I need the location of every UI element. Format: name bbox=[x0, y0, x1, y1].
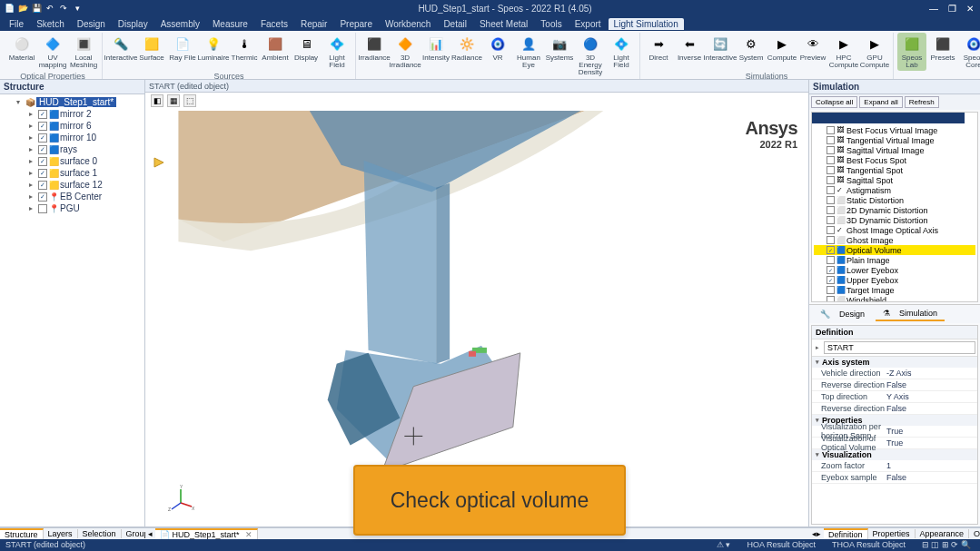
ribbon-gpu-compute-button[interactable]: ▶GPU Compute bbox=[860, 33, 889, 71]
expand-icon[interactable]: ▸ bbox=[29, 145, 36, 153]
bottom-tab-properties[interactable]: Properties bbox=[868, 529, 916, 538]
checkbox[interactable]: ✓ bbox=[38, 157, 47, 166]
checkbox[interactable]: ✓ bbox=[827, 276, 835, 284]
sim-item-3d-dynamic-distortion[interactable]: ⬜3D Dynamic Distortion bbox=[814, 215, 975, 225]
checkbox[interactable]: ✓ bbox=[827, 266, 835, 274]
checkbox[interactable] bbox=[827, 296, 835, 302]
close-icon[interactable]: ✕ bbox=[242, 530, 252, 539]
qat-more-icon[interactable]: ▾ bbox=[72, 3, 83, 14]
ribbon-surface-button[interactable]: 🟨Surface bbox=[137, 33, 166, 64]
ribbon-direct-button[interactable]: ➡Direct bbox=[644, 33, 673, 64]
menu-tab-sketch[interactable]: Sketch bbox=[31, 18, 70, 30]
sim-item-sagittal-spot[interactable]: 🖼Sagittal Spot bbox=[814, 175, 975, 185]
checkbox[interactable] bbox=[827, 136, 835, 144]
checkbox[interactable] bbox=[827, 286, 835, 294]
checkbox[interactable]: ✓ bbox=[38, 133, 47, 143]
close-button[interactable]: ✕ bbox=[964, 4, 976, 14]
ribbon-interactive-button[interactable]: 🔄Interactive bbox=[706, 33, 735, 64]
ribbon-speos-lab-button[interactable]: 🟩Speos Lab bbox=[897, 33, 926, 71]
def-section-axis-system[interactable]: ▾Axis system bbox=[812, 357, 977, 368]
sim-item-optical-volume[interactable]: ✓🟦Optical Volume bbox=[814, 245, 975, 255]
ribbon-interactive-button[interactable]: 🔦Interactive bbox=[106, 33, 135, 64]
ribbon-intensity-button[interactable]: 📊Intensity bbox=[421, 33, 450, 64]
bottom-tab-structure[interactable]: Structure bbox=[0, 528, 44, 539]
menu-tab-prepare[interactable]: Prepare bbox=[334, 18, 378, 30]
qat-new-icon[interactable]: 📄 bbox=[4, 3, 15, 14]
ribbon-system-button[interactable]: ⚙System bbox=[737, 33, 766, 64]
zoom-widgets[interactable]: ⊟ ◫ ⊞ ⟳ 🔍 bbox=[918, 540, 975, 549]
viewport-tab[interactable]: 📄 HUD_Step1_start* ✕ bbox=[155, 528, 258, 539]
axis-triad[interactable]: Y X Z bbox=[167, 485, 194, 512]
ribbon-ambient-button[interactable]: 🟫Ambient bbox=[261, 33, 290, 64]
ribbon-3d-irradiance-button[interactable]: 🔶3D Irradiance bbox=[391, 33, 420, 71]
checkbox[interactable] bbox=[827, 166, 835, 174]
expand-icon[interactable]: ▸ bbox=[29, 204, 36, 212]
sim-item-windshield[interactable]: ⬜Windshield bbox=[814, 295, 975, 302]
tree-node-eb-center[interactable]: ▸✓📍EB Center bbox=[2, 191, 143, 202]
checkbox[interactable] bbox=[827, 186, 835, 194]
view-tool-1[interactable]: ◧ bbox=[151, 94, 163, 107]
checkbox[interactable] bbox=[827, 146, 835, 154]
checkbox[interactable] bbox=[827, 176, 835, 184]
sim-item-upper-eyebox[interactable]: ✓🟦Upper Eyebox bbox=[814, 275, 975, 285]
checkbox[interactable]: ✓ bbox=[38, 145, 47, 154]
view-tool-3[interactable]: ⬚ bbox=[183, 94, 196, 107]
menu-tab-detail[interactable]: Detail bbox=[438, 18, 472, 30]
expand-icon[interactable]: ▸ bbox=[29, 157, 36, 165]
ribbon-ray-file-button[interactable]: 📄Ray File bbox=[168, 33, 197, 64]
def-field[interactable]: Eyebox sampleFalse bbox=[812, 472, 977, 484]
qat-open-icon[interactable]: 📂 bbox=[17, 3, 28, 14]
structure-tree[interactable]: ▾ 📦 HUD_Step1_start* ▸✓🟦mirror 2▸✓🟦mirro… bbox=[0, 94, 144, 216]
status-warning[interactable]: ⚠ ▾ bbox=[713, 540, 735, 549]
def-field[interactable]: Vehicle direction-Z Axis bbox=[812, 368, 977, 379]
ribbon-speos-core-button[interactable]: 🧿Speos Core bbox=[959, 33, 980, 71]
def-field[interactable]: Zoom factor1 bbox=[812, 460, 977, 472]
ribbon-radiance-button[interactable]: 🔆Radiance bbox=[452, 33, 481, 64]
checkbox[interactable]: ✓ bbox=[827, 246, 835, 254]
nav-icon[interactable]: ◂▸ bbox=[809, 529, 824, 538]
ribbon-irradiance-button[interactable]: ⬛Irradiance bbox=[360, 33, 389, 64]
ribbon-light-field-button[interactable]: 💠Light Field bbox=[607, 33, 636, 71]
checkbox[interactable]: ✓ bbox=[38, 192, 47, 202]
ribbon-vr-button[interactable]: 🧿VR bbox=[483, 33, 512, 64]
checkbox[interactable] bbox=[827, 226, 835, 234]
menu-tab-display[interactable]: Display bbox=[113, 18, 153, 30]
sim-item-ghost-image-optical-axis[interactable]: ✓Ghost Image Optical Axis bbox=[814, 225, 975, 235]
ribbon-material-button[interactable]: ⚪Material bbox=[7, 33, 36, 64]
checkbox[interactable] bbox=[827, 196, 835, 204]
sim-item-2d-dynamic-distortion[interactable]: ⬜2D Dynamic Distortion bbox=[814, 205, 975, 215]
status-hoa[interactable]: HOA Result Object bbox=[743, 540, 819, 549]
ribbon-human-eye-button[interactable]: 👤Human Eye bbox=[514, 33, 543, 71]
expand-icon[interactable]: ▸ bbox=[29, 110, 36, 118]
ribbon-display-button[interactable]: 🖥Display bbox=[292, 33, 321, 64]
tree-node-surface-0[interactable]: ▸✓🟨surface 0 bbox=[2, 155, 143, 167]
checkbox[interactable]: ✓ bbox=[38, 169, 47, 178]
ribbon-inverse-button[interactable]: ⬅Inverse bbox=[675, 33, 704, 64]
menu-tab-design[interactable]: Design bbox=[72, 18, 111, 30]
menu-tab-measure[interactable]: Measure bbox=[207, 18, 253, 30]
expand-icon[interactable]: ▸ bbox=[29, 192, 36, 201]
sim-item-static-distortion[interactable]: ⬜Static Distortion bbox=[814, 195, 975, 205]
checkbox[interactable] bbox=[38, 204, 47, 213]
caret-icon[interactable]: ▸ bbox=[814, 344, 821, 351]
def-field[interactable]: Reverse directionFalse bbox=[812, 403, 977, 415]
sim-item-best-focus-spot[interactable]: 🖼Best Focus Spot bbox=[814, 155, 975, 165]
checkbox[interactable]: ✓ bbox=[38, 110, 47, 119]
tree-node-mirror-6[interactable]: ▸✓🟦mirror 6 bbox=[2, 120, 143, 132]
definition-name-input[interactable] bbox=[824, 341, 975, 354]
ribbon-local-meshing-button[interactable]: 🔳Local Meshing bbox=[69, 33, 98, 71]
def-field[interactable]: Reverse directionFalse bbox=[812, 379, 977, 391]
menu-tab-assembly[interactable]: Assembly bbox=[155, 18, 205, 30]
minimize-button[interactable]: — bbox=[927, 4, 940, 14]
menu-tab-export[interactable]: Export bbox=[569, 18, 607, 30]
sim-item-tangential-spot[interactable]: 🖼Tangential Spot bbox=[814, 165, 975, 175]
sim-item-best-focus-virtual-image[interactable]: 🖼Best Focus Virtual Image bbox=[814, 125, 975, 135]
checkbox[interactable] bbox=[827, 236, 835, 244]
bottom-tab-layers[interactable]: Layers bbox=[44, 529, 78, 538]
ribbon-uv-mapping-button[interactable]: 🔷UV mapping bbox=[38, 33, 67, 71]
checkbox[interactable]: ✓ bbox=[38, 122, 47, 131]
ribbon-compute-button[interactable]: ▶Compute bbox=[767, 33, 797, 64]
bottom-tab-selection[interactable]: Selection bbox=[78, 529, 122, 538]
play-icon[interactable] bbox=[153, 156, 165, 169]
nav-prev-icon[interactable]: ◂ bbox=[145, 529, 155, 538]
